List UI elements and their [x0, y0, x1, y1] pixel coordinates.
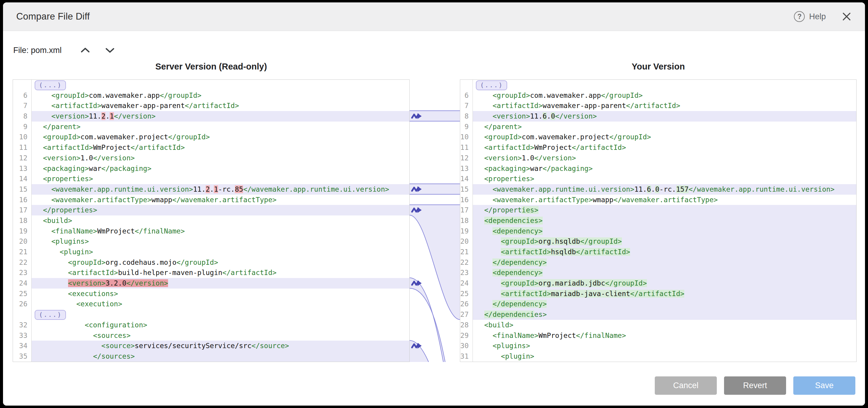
right-pane-header: Your Version [460, 62, 857, 72]
help-button[interactable]: ? Help [794, 11, 826, 22]
line-number: 18 [13, 215, 32, 226]
pane-headers: Server Version (Read-only) Your Version [3, 62, 865, 72]
line-number: 15 [13, 184, 32, 195]
revert-button[interactable]: Revert [724, 376, 786, 395]
line-number: 18 [460, 215, 473, 226]
code-row: 25 <executions> [13, 288, 409, 299]
code-row: 33 <sources> [13, 330, 409, 341]
previous-diff-button[interactable] [79, 47, 91, 54]
code-row: 16 <wavemaker.artifactType>wmapp</wavema… [13, 195, 409, 205]
line-number: 21 [460, 247, 473, 257]
code-row: 21 <plugin> [13, 247, 409, 257]
line-number [13, 80, 32, 90]
code-line: <finalName>WmProject</finalName> [473, 330, 856, 341]
code-line: <executions> [32, 288, 409, 299]
line-number [460, 80, 473, 90]
next-diff-button[interactable] [104, 47, 116, 54]
line-number: 19 [460, 226, 473, 237]
server-version-pane[interactable]: (...)6 <groupId>com.wavemaker.app</group… [13, 79, 410, 362]
code-row: (...) [13, 309, 409, 320]
cancel-button[interactable]: Cancel [655, 376, 717, 395]
code-row: 24 <version>3.2.0</version> [13, 278, 409, 288]
collapsed-region-chip[interactable]: (...) [35, 310, 66, 320]
dialog-title: Compare File Diff [16, 11, 90, 22]
line-number: 25 [13, 288, 32, 299]
code-line: <packaging>war</packaging> [32, 163, 409, 174]
code-row: 13 <packaging>war</packaging> [13, 163, 409, 174]
line-number: 11 [460, 142, 473, 153]
line-number: 11 [13, 142, 32, 153]
help-icon: ? [794, 11, 805, 22]
code-row: 31 <plugin> [460, 351, 856, 362]
code-line: <dependency> [473, 226, 856, 237]
compare-file-diff-dialog: Compare File Diff ? Help File: pom.xml [3, 2, 865, 406]
collapsed-region-chip[interactable]: (...) [476, 80, 507, 90]
code-row: 21 <artifactId>hsqldb</artifactId> [460, 247, 856, 257]
code-line: <plugins> [32, 236, 409, 247]
line-number: 7 [13, 101, 32, 111]
code-line: <source>services/securityService/src</so… [32, 341, 409, 351]
code-line: </dependencies> [473, 309, 856, 320]
code-line: </parent> [473, 122, 856, 132]
code-row: 8 <version>11.2.1</version> [13, 111, 409, 122]
line-number: 26 [460, 299, 473, 309]
code-line: <build> [473, 320, 856, 330]
diff-area: (...)6 <groupId>com.wavemaker.app</group… [3, 79, 865, 362]
code-line: <groupId>org.mariadb.jdbc</groupId> [473, 278, 856, 288]
line-number: 8 [13, 111, 32, 122]
line-number: 6 [13, 90, 32, 101]
code-row: 11 <artifactId>WmProject</artifactId> [13, 142, 409, 153]
file-toolbar: File: pom.xml [13, 44, 865, 57]
save-button[interactable]: Save [793, 376, 855, 395]
line-number: 24 [13, 278, 32, 288]
your-version-pane[interactable]: (...)6 <groupId>com.wavemaker.app</group… [460, 79, 857, 362]
code-row: 15 <wavemaker.app.runtime.ui.version>11.… [460, 184, 856, 195]
code-line: <sources> [32, 330, 409, 341]
line-number: 9 [460, 122, 473, 132]
collapsed-region-chip[interactable]: (...) [35, 80, 66, 90]
code-row: 19 <dependency> [460, 226, 856, 237]
code-row: 13 <packaging>war</packaging> [460, 163, 856, 174]
code-row: 35 </sources> [13, 351, 409, 362]
code-line: <version>1.0</version> [32, 153, 409, 163]
line-number: 21 [13, 247, 32, 257]
line-number: 20 [13, 236, 32, 247]
code-row: 34 <source>services/securityService/src<… [13, 341, 409, 351]
code-line: <artifactId>WmProject</artifactId> [32, 142, 409, 153]
code-line: <wavemaker.artifactType>wmapp</wavemaker… [473, 195, 856, 205]
line-number: 31 [460, 351, 473, 362]
code-row: 6 <groupId>com.wavemaker.app</groupId> [460, 90, 856, 101]
line-number: 13 [13, 163, 32, 174]
code-line: <version>11.2.1</version> [32, 111, 409, 122]
code-line: <groupId>com.wavemaker.project</groupId> [473, 132, 856, 142]
code-line: <artifactId>wavemaker-app-parent</artifa… [32, 101, 409, 111]
code-line: <wavemaker.artifactType>wmapp</wavemaker… [32, 195, 409, 205]
line-number: 12 [13, 153, 32, 163]
code-line: <plugin> [473, 351, 856, 362]
close-icon [841, 11, 852, 22]
code-line: <version>11.6.0</version> [473, 111, 856, 122]
code-line: <artifactId>mariadb-java-client</artifac… [473, 288, 856, 299]
chevron-down-icon [104, 47, 116, 54]
close-button[interactable] [841, 11, 852, 22]
code-row: 12 <version>1.0</version> [460, 153, 856, 163]
line-number: 33 [13, 330, 32, 341]
line-number: 14 [460, 174, 473, 184]
code-row: 22 </dependency> [460, 257, 856, 268]
code-row: 23 <artifactId>build-helper-maven-plugin… [13, 268, 409, 278]
code-row: 28 <build> [460, 320, 856, 330]
left-pane-header: Server Version (Read-only) [13, 62, 410, 72]
code-line: <artifactId>wavemaker-app-parent</artifa… [473, 101, 856, 111]
collapsed-region: (...) [473, 80, 856, 90]
code-row: 18 <build> [13, 215, 409, 226]
line-number: 22 [13, 257, 32, 268]
line-number: 10 [13, 132, 32, 142]
code-row: 23 <dependency> [460, 268, 856, 278]
code-row: 14 <properties> [13, 174, 409, 184]
code-line: <groupId>org.codehaus.mojo</groupId> [32, 257, 409, 268]
line-number: 23 [460, 268, 473, 278]
code-line: <plugin> [32, 247, 409, 257]
code-row: 29 <finalName>WmProject</finalName> [460, 330, 856, 341]
code-row: 32 <configuration> [13, 320, 409, 330]
line-number: 25 [460, 288, 473, 299]
